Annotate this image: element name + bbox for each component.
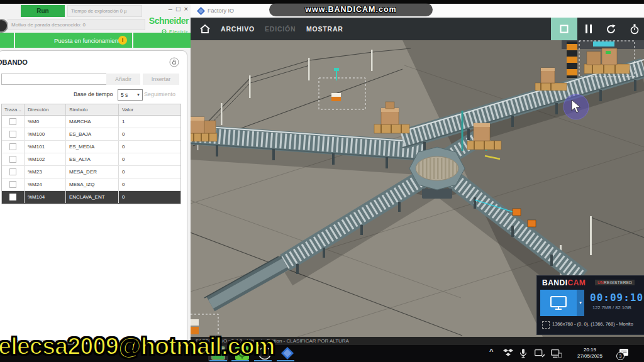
trace-checkbox[interactable]	[9, 156, 16, 163]
run-button[interactable]: Run	[21, 5, 65, 17]
retroreflective-sensor[interactable]	[513, 209, 521, 216]
col-header[interactable]: Valor	[119, 104, 180, 115]
follow-button[interactable]: Seguimiento	[144, 91, 175, 97]
schneider-window: Run Tiempo de exploración 0 µ – □ × Moti…	[0, 4, 191, 344]
tray-clock[interactable]: 20:19 27/05/2025	[570, 347, 610, 359]
col-header[interactable]: Dirección	[25, 104, 66, 115]
close-icon[interactable]: ×	[184, 5, 188, 15]
trace-checkbox[interactable]	[9, 194, 16, 200]
stop-icon	[560, 25, 569, 33]
menu-mostrar[interactable]: MOSTRAR	[306, 18, 343, 40]
cell-address: %M104	[25, 191, 66, 203]
record-timer: 00:09:10	[590, 292, 643, 304]
cell-address: %M24	[25, 178, 66, 190]
retroreflective-sensor[interactable]	[528, 220, 536, 227]
striped-column	[567, 41, 577, 78]
add-button[interactable]: Añadir	[106, 74, 140, 85]
pause-icon	[585, 25, 592, 33]
window-title: Factory IO	[208, 4, 234, 18]
factoryio-menubar: ARCHIVO EDICIÓN MOSTRAR	[191, 18, 644, 40]
monitor-icon	[550, 296, 567, 310]
cell-symbol: ES_ALTA	[66, 153, 119, 165]
cell-address: %M0	[25, 116, 66, 128]
trace-checkbox[interactable]	[9, 168, 16, 175]
capture-mode-button[interactable]	[540, 290, 577, 316]
cell-value: 0	[119, 153, 180, 165]
active-indicator	[231, 360, 249, 361]
trace-checkbox[interactable]	[9, 181, 16, 188]
chevron-down-icon: ▼	[136, 90, 140, 100]
cell-symbol: ES_MEDIA	[66, 141, 119, 153]
cell-symbol: ES_BAJA	[66, 128, 119, 140]
time-base-label: Base de tiempo	[74, 91, 113, 97]
active-indicator	[209, 360, 227, 361]
cell-symbol: MARCHA	[66, 116, 119, 128]
minimize-icon[interactable]: –	[169, 5, 172, 15]
status-bar-segment	[0, 33, 14, 48]
cell-value: 1	[119, 116, 180, 128]
stopwatch-button[interactable]	[625, 18, 644, 40]
bandicam-logo: BANDICAM	[542, 278, 586, 287]
menu-archivo[interactable]: ARCHIVO	[221, 18, 255, 40]
table-row[interactable]: %M101 ES_MEDIA 0	[2, 141, 180, 153]
stopwatch-icon	[630, 24, 640, 35]
table-row[interactable]: %M0 MARCHA 1	[2, 116, 180, 128]
time-base-select[interactable]: 5 s ▼	[118, 89, 143, 101]
storage-info: 122.7MB / 82.1GB	[592, 305, 631, 310]
cell-address: %M23	[25, 166, 66, 178]
stop-button[interactable]	[551, 18, 577, 40]
tray-chevron-icon[interactable]: ^	[489, 348, 493, 355]
table-row[interactable]: %M23 MESA_DER 0	[2, 166, 180, 178]
selection-label	[593, 41, 614, 47]
cell-address: %M101	[25, 141, 66, 153]
cell-value: 0	[119, 178, 180, 190]
trace-checkbox[interactable]	[9, 118, 16, 125]
notification-badge: 3	[616, 352, 625, 360]
chevron-down-icon: ▾	[579, 300, 582, 305]
table-row[interactable]: %M24 MESA_IZQ 0	[2, 178, 180, 191]
screen: Run Tiempo de exploración 0 µ – □ × Moti…	[0, 0, 644, 362]
bandicam-panel: BANDICAM UNREGISTERED ▾ 00:09:10 122.7MB…	[536, 275, 644, 335]
col-header[interactable]: Símbolo	[66, 104, 119, 115]
trace-checkbox[interactable]	[9, 131, 16, 138]
cell-symbol: MESA_IZQ	[66, 178, 119, 190]
factoryio-app-icon	[281, 347, 294, 359]
cell-symbol: MESA_DER	[66, 166, 119, 178]
active-indicator	[277, 360, 294, 361]
bandicam-watermark: www.BANDICAM.com	[269, 3, 433, 16]
cell-value: 0	[119, 128, 180, 140]
lock-icon[interactable]	[169, 57, 179, 67]
trace-checkbox[interactable]	[9, 143, 16, 150]
capture-mode-dropdown[interactable]: ▾	[577, 290, 584, 316]
cell-address: %M100	[25, 128, 66, 140]
unregistered-badge: UNREGISTERED	[595, 280, 635, 285]
watch-panel: OBANDO Añadir Insertar Base de tiempo 5 …	[0, 50, 187, 341]
brand-left: BANDI	[542, 278, 568, 287]
table-row[interactable]: %M100 ES_BAJA 0	[2, 128, 180, 141]
maximize-icon[interactable]: □	[176, 5, 180, 15]
table-row-selected[interactable]: %M104 ENCLAVA_ENT 0	[2, 191, 180, 204]
clock-time: 20:19	[570, 347, 610, 353]
warning-icon[interactable]: !	[118, 36, 127, 45]
dropbox-icon[interactable]	[503, 349, 513, 360]
home-icon[interactable]	[199, 23, 211, 35]
cell-symbol: ENCLAVA_ENT	[66, 191, 119, 203]
pause-button[interactable]	[580, 18, 597, 40]
table-row[interactable]: %M102 ES_ALTA 0	[2, 153, 180, 166]
insert-button[interactable]: Insertar	[143, 74, 179, 85]
microphone-icon[interactable]	[519, 349, 527, 361]
window-controls: – □ ×	[154, 5, 188, 15]
pen-settings-icon[interactable]	[535, 349, 545, 360]
watch-add-input[interactable]	[1, 74, 107, 85]
col-header[interactable]: Traza...	[2, 104, 25, 115]
badge-prefix: UN	[597, 280, 604, 285]
action-center[interactable]: 3	[619, 348, 631, 359]
commissioning-bar[interactable]: Puesta en funcionamiento	[15, 33, 132, 48]
reset-button[interactable]	[599, 18, 622, 40]
commissioning-label: Puesta en funcionamiento	[54, 37, 123, 44]
region-icon	[542, 321, 550, 329]
taskbar-app-factoryio[interactable]	[279, 346, 296, 360]
pallet-with-boxes[interactable]	[191, 117, 217, 141]
menu-edicion[interactable]: EDICIÓN	[265, 18, 296, 40]
display-network-icon[interactable]	[551, 349, 562, 360]
